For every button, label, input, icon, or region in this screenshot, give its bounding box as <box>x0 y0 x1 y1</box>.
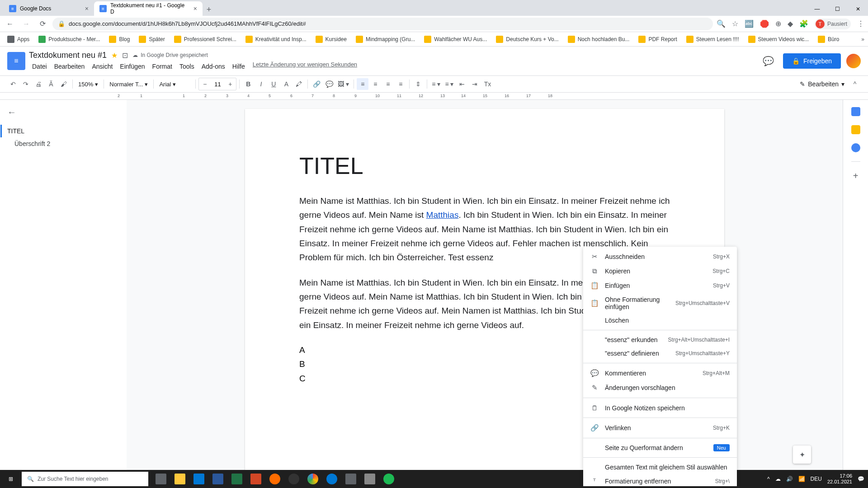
taskbar-spotify[interactable] <box>380 470 398 488</box>
bookmark-item[interactable]: PDF Report <box>635 34 680 45</box>
task-view-button[interactable] <box>152 470 170 488</box>
comment-history-button[interactable]: 💬 <box>760 52 778 70</box>
collapse-button[interactable]: ^ <box>849 78 861 90</box>
context-menu-item[interactable]: 🔗VerlinkenStrg+K <box>583 421 737 435</box>
font-size-increase[interactable]: + <box>224 78 236 90</box>
highlight-button[interactable]: 🖍 <box>293 78 305 90</box>
taskbar-clock[interactable]: 17:06 22.01.2021 <box>827 473 852 485</box>
taskbar-app[interactable] <box>247 470 265 488</box>
search-icon[interactable]: 🔍 <box>717 19 726 28</box>
start-button[interactable]: ⊞ <box>0 470 22 488</box>
menu-datei[interactable]: Datei <box>29 61 50 72</box>
font-select[interactable]: Arial ▾ <box>156 81 193 88</box>
menu-hilfe[interactable]: Hilfe <box>229 61 248 72</box>
indent-decrease-button[interactable]: ⇤ <box>456 78 468 90</box>
context-menu-item[interactable]: ✂AusschneidenStrg+X <box>583 249 737 264</box>
tray-onedrive-icon[interactable]: ☁ <box>775 476 781 482</box>
context-menu-item[interactable]: Seite zu Querformat ändernNeu <box>583 441 737 455</box>
url-input[interactable]: 🔒 docs.google.com/document/d/1hUH8k6h7Lb… <box>52 18 713 30</box>
tasks-icon[interactable] <box>851 143 860 152</box>
bookmark-item[interactable]: Später <box>135 34 168 45</box>
numbered-list-button[interactable]: ≡ ▾ <box>430 78 442 90</box>
context-menu-item[interactable]: 🗒In Google Notizen speichern <box>583 401 737 415</box>
outline-item-h1[interactable]: TITEL <box>0 125 119 137</box>
ruler[interactable]: 21123456789101112131415161718 <box>0 93 868 100</box>
bookmark-item[interactable]: Wahlfächer WU Aus... <box>420 34 491 45</box>
taskbar-app[interactable] <box>266 470 284 488</box>
font-size-input[interactable]: 11 <box>211 81 224 88</box>
translate-icon[interactable]: 🔤 <box>745 19 754 28</box>
taskbar-chrome[interactable] <box>304 470 322 488</box>
context-menu-item[interactable]: "essenz" erkundenStrg+Alt+Umschalttaste+… <box>583 333 737 347</box>
browser-tab-active[interactable]: ≡ Textdokument neu #1 - Google D × <box>94 1 203 16</box>
docs-logo[interactable]: ≡ <box>7 52 25 70</box>
tray-volume-icon[interactable]: 🔊 <box>786 476 793 482</box>
indent-increase-button[interactable]: ⇥ <box>469 78 481 90</box>
taskbar-app[interactable] <box>190 470 208 488</box>
menu-ansicht[interactable]: Ansicht <box>89 61 116 72</box>
tray-chevron-icon[interactable]: ^ <box>767 476 770 482</box>
bookmarks-overflow[interactable]: » <box>861 36 864 42</box>
text-color-button[interactable]: A <box>280 78 292 90</box>
spellcheck-button[interactable]: Ă <box>45 78 57 90</box>
align-left-button[interactable]: ≡ <box>357 78 368 90</box>
reload-button[interactable]: ⟳ <box>36 18 49 30</box>
taskbar-app[interactable] <box>342 470 360 488</box>
taskbar-app[interactable] <box>323 470 341 488</box>
print-button[interactable]: 🖨 <box>33 78 44 90</box>
link-button[interactable]: 🔗 <box>311 78 322 90</box>
close-icon[interactable]: × <box>85 5 89 12</box>
apps-button[interactable]: Apps <box>4 34 33 45</box>
forward-button[interactable]: → <box>20 18 33 30</box>
extensions-button[interactable]: 🧩 <box>799 19 808 28</box>
outline-back-button[interactable]: ← <box>7 107 119 117</box>
font-size-decrease[interactable]: − <box>199 78 211 90</box>
context-menu-item[interactable]: 📋EinfügenStrg+V <box>583 278 737 293</box>
taskbar-app[interactable] <box>228 470 246 488</box>
context-menu-item[interactable]: ᵀFormatierung entfernenStrg+\ <box>583 474 737 486</box>
tray-language[interactable]: DEU <box>811 476 822 482</box>
document-canvas[interactable]: TITEL Mein Name ist Matthias. Ich bin St… <box>127 100 843 486</box>
context-menu-item[interactable]: 💬KommentierenStrg+Alt+M <box>583 366 737 380</box>
bookmark-item[interactable]: Professionell Schrei... <box>170 34 240 45</box>
close-window-button[interactable]: ✕ <box>848 2 868 16</box>
document-heading[interactable]: TITEL <box>299 152 670 179</box>
menu-bearbeiten[interactable]: Bearbeiten <box>51 61 88 72</box>
bookmark-item[interactable]: Deutsche Kurs + Vo... <box>492 34 562 45</box>
calendar-icon[interactable] <box>851 107 860 116</box>
last-edit-link[interactable]: Letzte Änderung vor wenigen Sekunden <box>253 61 357 72</box>
taskbar-app[interactable] <box>171 470 189 488</box>
browser-tab[interactable]: ≡ Google Docs × <box>4 1 94 16</box>
maximize-button[interactable]: ☐ <box>827 2 848 16</box>
bookmark-item[interactable]: Kursidee <box>312 34 350 45</box>
menu-format[interactable]: Format <box>149 61 175 72</box>
bulleted-list-button[interactable]: ≡ ▾ <box>443 78 455 90</box>
extension-icon[interactable]: ⊕ <box>775 19 781 28</box>
align-justify-button[interactable]: ≡ <box>395 78 406 90</box>
add-panel-button[interactable]: + <box>853 171 859 181</box>
star-icon[interactable]: ★ <box>111 51 118 60</box>
clear-format-button[interactable]: Tx <box>481 78 493 90</box>
bold-button[interactable]: B <box>242 78 254 90</box>
context-menu-item[interactable]: 📋Ohne Formatierung einfügenStrg+Umschalt… <box>583 293 737 314</box>
profile-badge[interactable]: T Pausiert <box>815 19 851 29</box>
underline-button[interactable]: U <box>268 78 279 90</box>
align-right-button[interactable]: ≡ <box>382 78 394 90</box>
notifications-button[interactable]: 💬 <box>858 476 864 482</box>
edit-mode-select[interactable]: ✎Bearbeiten ▾ <box>796 79 848 89</box>
close-icon[interactable]: × <box>193 5 197 12</box>
context-menu-item[interactable]: Gesamten Text mit gleichem Stil auswähle… <box>583 460 737 474</box>
comment-button[interactable]: 💬 <box>323 78 335 90</box>
context-menu-item[interactable]: ⧉KopierenStrg+C <box>583 264 737 278</box>
bookmark-item[interactable]: Steuern Videos wic... <box>745 34 813 45</box>
tray-wifi-icon[interactable]: 📶 <box>798 476 805 482</box>
move-icon[interactable]: ⊡ <box>122 51 128 60</box>
context-menu-item[interactable]: "essenz" definierenStrg+Umschalttaste+Y <box>583 347 737 360</box>
extension-icon[interactable]: 🛑 <box>760 19 769 28</box>
image-button[interactable]: 🖼 ▾ <box>336 78 351 90</box>
star-icon[interactable]: ☆ <box>732 19 738 28</box>
line-spacing-button[interactable]: ⇕ <box>412 78 424 90</box>
context-menu-item[interactable]: Löschen <box>583 314 737 327</box>
taskbar-search[interactable]: 🔍 Zur Suche Text hier eingeben <box>22 472 148 486</box>
minimize-button[interactable]: — <box>807 2 827 16</box>
